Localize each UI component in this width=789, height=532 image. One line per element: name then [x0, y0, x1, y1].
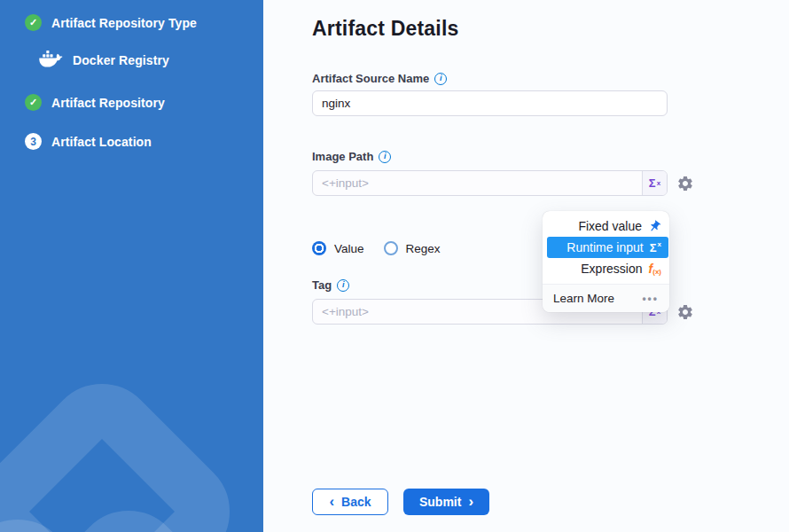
artifact-source-name-input[interactable]	[312, 90, 668, 116]
substep-label: Docker Registry	[73, 53, 169, 67]
image-path-field-wrap: Σx	[312, 170, 668, 196]
settings-gear-icon[interactable]	[676, 303, 694, 321]
pin-icon	[648, 220, 661, 233]
artifact-source-name-label: Artifact Source Name i	[312, 72, 447, 85]
back-button[interactable]: ‹ Back	[312, 489, 388, 515]
radio-option-value[interactable]: Value	[312, 241, 364, 255]
menu-footer: Learn More •••	[543, 284, 669, 312]
image-path-label: Image Path i	[312, 150, 391, 163]
runtime-input-sigma-icon: Σx	[650, 241, 661, 254]
info-icon[interactable]: i	[337, 279, 349, 292]
step-label: Artifact Location	[51, 135, 152, 149]
settings-gear-icon[interactable]	[676, 175, 694, 192]
info-icon[interactable]: i	[379, 151, 391, 163]
chevron-right-icon: ›	[468, 494, 473, 509]
tag-label: Tag i	[312, 278, 349, 292]
docker-whale-icon	[39, 51, 63, 69]
sidebar-step-artifact-location[interactable]: 3 Artifact Location	[25, 133, 152, 150]
menu-item-fixed-value[interactable]: Fixed value	[543, 215, 669, 237]
harness-logo-watermark	[0, 361, 253, 532]
image-path-input[interactable]	[312, 170, 668, 196]
radio-unselected-icon	[384, 241, 398, 255]
runtime-input-sigma-toggle[interactable]: Σx	[642, 171, 667, 195]
radio-option-regex[interactable]: Regex	[384, 241, 441, 255]
artifact-source-name-field-wrap	[312, 90, 668, 116]
ellipsis-icon[interactable]: •••	[642, 293, 659, 305]
radio-selected-icon	[312, 241, 326, 255]
step-complete-check-icon: ✓	[25, 14, 42, 31]
step-number-badge: 3	[25, 133, 42, 150]
info-icon[interactable]: i	[434, 73, 447, 85]
runtime-input-menu: Fixed value Runtime input Σx Expression …	[543, 211, 669, 312]
learn-more-link[interactable]: Learn More	[553, 292, 614, 305]
sidebar-substep-docker-registry[interactable]: Docker Registry	[39, 51, 169, 69]
submit-button[interactable]: Submit ›	[403, 489, 489, 515]
sidebar-step-artifact-repository-type[interactable]: ✓ Artifact Repository Type	[25, 14, 197, 31]
sidebar-step-artifact-repository[interactable]: ✓ Artifact Repository	[25, 94, 165, 111]
menu-item-runtime-input[interactable]: Runtime input Σx	[547, 237, 668, 258]
expression-fx-icon: f(x)	[649, 262, 661, 276]
menu-item-expression[interactable]: Expression f(x)	[543, 258, 669, 279]
step-complete-check-icon: ✓	[25, 94, 42, 111]
tag-type-radio-group: Value Regex	[312, 241, 451, 255]
step-label: Artifact Repository	[51, 96, 165, 110]
chevron-left-icon: ‹	[329, 494, 334, 509]
page-title: Artifact Details	[312, 17, 459, 41]
step-label: Artifact Repository Type	[51, 16, 197, 30]
wizard-sidebar: ✓ Artifact Repository Type Docker Regist…	[0, 0, 263, 532]
